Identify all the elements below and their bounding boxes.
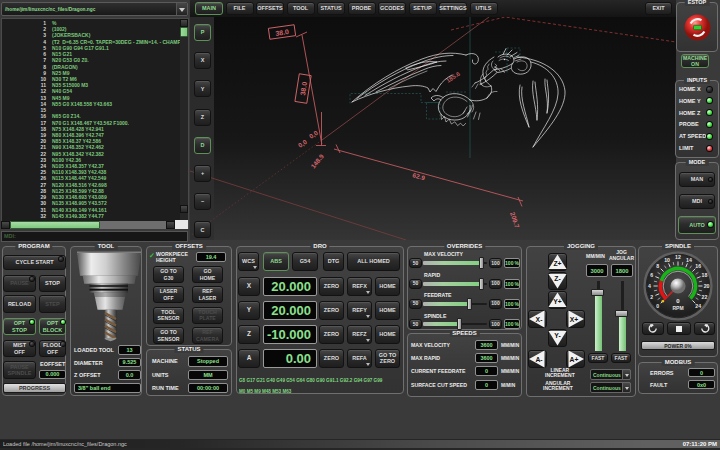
svg-text:Y-: Y- xyxy=(554,332,560,339)
svg-text:16: 16 xyxy=(695,263,701,269)
svg-text:4: 4 xyxy=(648,283,651,289)
svg-text:20: 20 xyxy=(704,283,710,289)
svg-text:0: 0 xyxy=(656,303,659,309)
svg-text:22: 22 xyxy=(702,294,708,300)
svg-text:10: 10 xyxy=(664,257,670,263)
svg-text:RPM: RPM xyxy=(672,305,683,311)
svg-text:A+: A+ xyxy=(570,356,579,363)
svg-text:Z-: Z- xyxy=(554,275,560,282)
svg-text:Y+: Y+ xyxy=(553,298,562,305)
svg-text:6: 6 xyxy=(650,272,653,278)
svg-text:24: 24 xyxy=(695,303,701,309)
svg-text:A-: A- xyxy=(535,356,542,363)
svg-text:X+: X+ xyxy=(570,316,579,323)
svg-text:12: 12 xyxy=(675,254,681,260)
svg-text:2: 2 xyxy=(650,294,653,300)
svg-text:14: 14 xyxy=(686,257,692,263)
svg-text:18: 18 xyxy=(702,272,708,278)
svg-text:Z+: Z+ xyxy=(553,260,561,267)
svg-text:X-: X- xyxy=(536,316,543,323)
svg-text:8: 8 xyxy=(656,263,659,269)
